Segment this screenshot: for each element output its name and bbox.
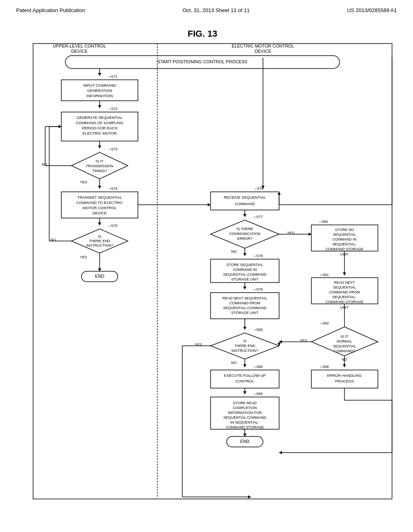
s82-text4: COMMAND?	[334, 349, 355, 353]
end-left-label: END	[95, 274, 104, 278]
s77-text3: ERROR?	[237, 237, 252, 241]
s80-text1: STORE NO	[335, 228, 354, 232]
s81-steplabel: ⌐S81	[320, 273, 329, 277]
arrowhead-s80-s81	[343, 272, 346, 275]
s86-text2: PROCESS	[335, 379, 354, 383]
s77-no-label: NO	[231, 249, 237, 254]
arrowhead-loop-s76	[277, 192, 281, 195]
s84-text2: CONTROL	[236, 379, 254, 383]
s74-text2: COMMAND TO ELECTRIC	[76, 200, 123, 205]
s82-steplabel: ⌐S82	[320, 321, 329, 325]
s73-steplabel: ⌐S73	[109, 147, 117, 151]
s65-text6: COMMAND STORAGE	[226, 425, 264, 429]
s82-text3: SEQUENTIAL	[333, 344, 356, 348]
s83-text2: THERE END	[234, 344, 256, 348]
s80-text2: SEQUENTIAL	[333, 233, 356, 237]
s72-text3: PERIOD FOR EACH	[82, 126, 117, 130]
arrowhead-s76-s77	[243, 214, 246, 217]
s73-text1: IS IT	[96, 159, 104, 163]
s71-text1: INPUT COMMAND	[83, 83, 116, 87]
s72-text2: COMMAND OF SAMPLING	[76, 121, 123, 125]
arrowhead-s82-yes	[279, 340, 282, 343]
s81-text4: SEQUENTIAL-	[332, 295, 357, 299]
diagram-area: FIG. 13 UPPER-LEVEL CONTROL DEVICE ELECT…	[13, 25, 400, 517]
arrowhead-s71-s72	[98, 105, 101, 108]
s75-text3: INSTRUCTION?	[86, 243, 113, 247]
page-header: Patent Application Publication Oct. 31, …	[0, 0, 413, 17]
s78-steplabel: ⌐S78	[254, 254, 263, 258]
left-column-header2: DEVICE	[71, 49, 88, 54]
s74-text3: MOTOR CONTROL	[83, 206, 117, 210]
s79-steplabel: ⌐S79	[254, 287, 263, 291]
header-left: Patent Application Publication	[16, 7, 85, 13]
arrowhead-s86-s65	[279, 451, 282, 454]
s75-text1: IS	[98, 235, 102, 239]
s71-text3: INFORMATION	[86, 94, 113, 98]
end-right-label: END	[240, 439, 249, 444]
arrowhead-s65-end	[243, 434, 246, 436]
s73-yes-label: YES	[80, 180, 87, 184]
s76-box	[211, 192, 279, 210]
s72-text1: GENERATE SEQUENTIAL	[77, 115, 123, 120]
arrowhead-s72-s73	[98, 145, 101, 148]
right-column-header: ELECTRIC MOTOR CONTROL	[232, 44, 294, 48]
s73-text3: TIMING?	[92, 169, 107, 173]
start-label: START POSITIONING CONTROL PROCESS	[157, 59, 247, 64]
s83-text1: IS	[243, 339, 247, 343]
s65-text3: INFORMATION FOR	[228, 411, 262, 415]
arrowhead-s74-s76	[208, 203, 211, 206]
s77-text2: COMMUNICATION	[229, 232, 260, 236]
s65-text5: IN SEQUENTIAL-	[230, 420, 259, 424]
s65-text2: COMPLETION	[233, 406, 257, 410]
s81-text1: READ NEXT	[334, 281, 355, 285]
s79-text1: READ NEXT SEQUENTIAL	[223, 296, 267, 300]
header-center: Oct. 31, 2013 Sheet 11 of 11	[183, 7, 250, 13]
s81-unit-text: UNIT	[340, 305, 349, 310]
s75-text2: THERE END	[89, 239, 111, 243]
s78-text3: SEQUENTIAL-COMMAND	[223, 272, 267, 276]
header-right: US 2013/0285589 A1	[347, 7, 397, 13]
s81-text3: COMMAND FROM	[329, 290, 360, 294]
s78-text4: STORAGE UNIT	[231, 277, 259, 281]
s74-steplabel: ⌐S74	[109, 187, 117, 191]
s80-steplabel: ⌐S80	[319, 220, 328, 224]
s82-text2: NORMAL	[337, 339, 353, 343]
arrowhead-s78-s79	[243, 287, 246, 289]
s72-steplabel: ⌐S72	[109, 107, 117, 111]
arrowhead-s77-s80	[309, 233, 311, 236]
s76-steplabel: ⌐S76	[255, 187, 263, 191]
s81-text2: SEQUENTIAL	[333, 285, 356, 289]
s82-text1: IS IT	[340, 335, 348, 339]
flowchart-svg: FIG. 13 UPPER-LEVEL CONTROL DEVICE ELECT…	[13, 25, 400, 517]
s80-unit-text: UNIT	[340, 252, 349, 256]
arrowhead-s74-s75	[98, 222, 101, 225]
s83-steplabel: ⌐S83	[254, 328, 263, 332]
s78-text2: COMMAND IN	[233, 268, 257, 272]
s80-text5: COMMAND STORAGE	[325, 247, 363, 251]
left-column-header: UPPER-LEVEL CONTROL	[53, 44, 106, 48]
s73-text2: TRANSMISSION	[86, 164, 114, 168]
s81-text5: COMMAND STORAGE	[325, 300, 363, 304]
s86-steplabel: ⌐S86	[320, 365, 329, 369]
s72-text4: ELECTRIC MOTOR	[83, 131, 117, 135]
s71-text2: GENERATION	[87, 88, 112, 93]
arrowhead-s83-s84	[243, 364, 246, 367]
s84-text1: EXECUTE FOLLOW-UP	[224, 373, 266, 378]
s65-steplabel: ⌐S65	[254, 392, 263, 396]
arrowhead-s83-yes-end	[248, 495, 251, 499]
arrowhead-s79-s83	[243, 327, 246, 330]
arrowhead-s84-s65	[243, 391, 246, 394]
s75-steplabel: ⌐S75	[109, 224, 117, 228]
s76-text1: RECEIVE SEQUENTIAL	[224, 195, 266, 200]
s79-text2: COMMAND FROM	[229, 301, 261, 305]
arrowhead-start-s71	[98, 73, 101, 76]
s79-text4: STORAGE UNIT	[231, 311, 259, 315]
arrowhead-s82-s86	[343, 364, 346, 367]
s79-text3: SEQUENTIAL-COMMAND	[223, 306, 267, 310]
arrowhead-s75-end	[98, 268, 101, 271]
s74-text4: DEVICE	[92, 211, 106, 215]
s84-steplabel: ⌐S84	[254, 365, 263, 369]
figure-title: FIG. 13	[188, 29, 217, 39]
s74-text1: TRANSMIT SEQUENTIAL	[77, 195, 122, 200]
s83-text3: INSTRUCTION?	[232, 349, 259, 353]
